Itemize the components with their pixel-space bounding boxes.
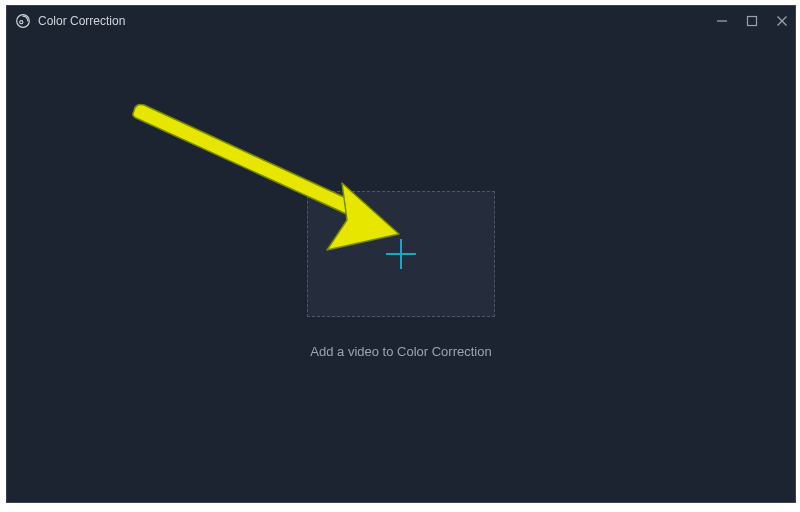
- minimize-button[interactable]: [713, 12, 731, 30]
- dropzone-caption: Add a video to Color Correction: [7, 344, 795, 359]
- svg-rect-3: [748, 17, 757, 26]
- content-area: Add a video to Color Correction: [7, 36, 795, 502]
- svg-point-1: [20, 21, 23, 24]
- add-video-dropzone[interactable]: [307, 191, 495, 317]
- close-button[interactable]: [773, 12, 791, 30]
- close-icon: [775, 14, 789, 28]
- plus-icon: [386, 239, 416, 269]
- maximize-icon: [745, 14, 759, 28]
- window-title: Color Correction: [38, 6, 125, 36]
- title-bar: Color Correction: [7, 6, 795, 36]
- minimize-icon: [715, 14, 729, 28]
- app-logo-icon: [15, 13, 31, 29]
- window-controls: [713, 6, 791, 36]
- app-window: Color Correction Add: [6, 5, 796, 503]
- maximize-button[interactable]: [743, 12, 761, 30]
